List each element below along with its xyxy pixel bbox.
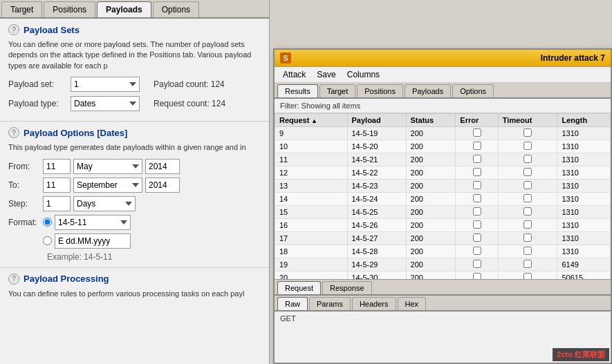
- cell-timeout[interactable]: [498, 166, 557, 180]
- cell-timeout[interactable]: [498, 193, 557, 206]
- cell-request: 13: [275, 180, 348, 193]
- menu-attack[interactable]: Attack: [277, 68, 311, 81]
- col-timeout[interactable]: Timeout: [498, 114, 557, 127]
- cell-status: 200: [406, 140, 456, 153]
- payload-options-desc: This payload type generates date payload…: [8, 142, 261, 153]
- payload-type-label: Payload type:: [8, 99, 71, 108]
- format-radio-1[interactable]: [43, 218, 52, 227]
- subtab-raw[interactable]: Raw: [277, 297, 308, 310]
- format-radio-2[interactable]: [43, 236, 52, 245]
- to-day-input[interactable]: [43, 178, 71, 193]
- cell-error[interactable]: [456, 232, 498, 245]
- table-row[interactable]: 15 14-5-25 200 1310: [275, 206, 611, 219]
- cell-timeout[interactable]: [498, 258, 557, 271]
- menu-save[interactable]: Save: [311, 68, 341, 81]
- to-year-input[interactable]: [145, 178, 180, 193]
- cell-timeout[interactable]: [498, 219, 557, 232]
- cell-timeout[interactable]: [498, 206, 557, 219]
- table-row[interactable]: 11 14-5-21 200 1310: [275, 153, 611, 166]
- from-month-select[interactable]: May: [73, 159, 142, 174]
- from-year-input[interactable]: [145, 159, 180, 174]
- subtab-hex[interactable]: Hex: [398, 297, 427, 310]
- cell-timeout[interactable]: [498, 271, 557, 280]
- cell-timeout[interactable]: [498, 232, 557, 245]
- table-row[interactable]: 19 14-5-29 200 6149: [275, 258, 611, 271]
- payload-sets-help[interactable]: ?: [8, 24, 19, 35]
- cell-error[interactable]: [456, 193, 498, 206]
- tab-results[interactable]: Results: [277, 84, 318, 97]
- table-row[interactable]: 13 14-5-23 200 1310: [275, 180, 611, 193]
- tab-options[interactable]: Options: [452, 84, 494, 97]
- format-select[interactable]: 14-5-11: [55, 215, 131, 230]
- payload-set-select[interactable]: 1: [71, 77, 140, 92]
- cell-timeout[interactable]: [498, 153, 557, 166]
- cell-error[interactable]: [456, 206, 498, 219]
- format-custom-input[interactable]: [55, 233, 131, 249]
- col-request[interactable]: Request: [275, 114, 348, 127]
- payload-type-select[interactable]: Dates: [71, 96, 140, 111]
- cell-payload: 14-5-23: [347, 180, 406, 193]
- cell-error[interactable]: [456, 140, 498, 153]
- payload-options-section: ? Payload Options [Dates] This payload t…: [0, 122, 269, 267]
- cell-payload: 14-5-25: [347, 206, 406, 219]
- payload-sets-title: Payload Sets: [24, 25, 80, 35]
- cell-timeout[interactable]: [498, 245, 557, 258]
- col-payload[interactable]: Payload: [347, 114, 406, 127]
- cell-error[interactable]: [456, 166, 498, 180]
- cell-error[interactable]: [456, 258, 498, 271]
- cell-timeout[interactable]: [498, 140, 557, 153]
- cell-length: 1310: [557, 153, 611, 166]
- col-error[interactable]: Error: [456, 114, 498, 127]
- tab-payloads[interactable]: Payloads: [405, 84, 451, 97]
- cell-error[interactable]: [456, 153, 498, 166]
- subtab-params[interactable]: Params: [309, 297, 351, 310]
- cell-error[interactable]: [456, 180, 498, 193]
- col-status[interactable]: Status: [406, 114, 456, 127]
- step-value-input[interactable]: [43, 196, 71, 211]
- step-label: Step:: [8, 199, 43, 209]
- example-text: Example: 14-5-11: [47, 252, 261, 262]
- menu-columns[interactable]: Columns: [342, 68, 385, 81]
- table-row[interactable]: 17 14-5-27 200 1310: [275, 232, 611, 245]
- cell-request: 9: [275, 127, 348, 140]
- payload-processing-header: ? Payload Processing: [8, 274, 261, 285]
- tab-options[interactable]: Options: [153, 1, 199, 17]
- cell-status: 200: [406, 153, 456, 166]
- cell-timeout[interactable]: [498, 180, 557, 193]
- from-row: From: May: [8, 159, 261, 174]
- tab-target[interactable]: Target: [319, 84, 356, 97]
- table-row[interactable]: 16 14-5-26 200 1310: [275, 219, 611, 232]
- table-row[interactable]: 12 14-5-22 200 1310: [275, 166, 611, 180]
- from-day-input[interactable]: [43, 159, 71, 174]
- cell-error[interactable]: [456, 219, 498, 232]
- cell-error[interactable]: [456, 127, 498, 140]
- to-month-select[interactable]: September: [73, 178, 142, 193]
- watermark: 2cto 红黑联盟: [553, 348, 609, 361]
- tab-positions[interactable]: Positions: [44, 1, 95, 17]
- subtab-headers[interactable]: Headers: [352, 297, 396, 310]
- tab-target[interactable]: Target: [1, 1, 42, 17]
- table-row[interactable]: 18 14-5-28 200 1310: [275, 245, 611, 258]
- cell-error[interactable]: [456, 271, 498, 280]
- tab-positions[interactable]: Positions: [357, 84, 403, 97]
- tab-response[interactable]: Response: [322, 281, 372, 294]
- step-unit-select[interactable]: Days: [73, 196, 136, 211]
- tab-request[interactable]: Request: [277, 281, 321, 294]
- table-row[interactable]: 14 14-5-24 200 1310: [275, 193, 611, 206]
- cell-request: 17: [275, 232, 348, 245]
- col-length[interactable]: Length: [557, 114, 611, 127]
- cell-error[interactable]: [456, 245, 498, 258]
- cell-status: 200: [406, 245, 456, 258]
- table-row[interactable]: 20 14-5-30 200 50615: [275, 271, 611, 280]
- cell-timeout[interactable]: [498, 127, 557, 140]
- payload-processing-help[interactable]: ?: [8, 274, 19, 285]
- table-row[interactable]: 9 14-5-19 200 1310: [275, 127, 611, 140]
- cell-payload: 14-5-26: [347, 219, 406, 232]
- payload-options-help[interactable]: ?: [8, 127, 19, 138]
- tab-payloads[interactable]: Payloads: [97, 1, 151, 17]
- window-menu-bar: Attack Save Columns: [275, 67, 611, 83]
- results-table-container[interactable]: Request Payload Status Error Timeout Len…: [275, 113, 611, 279]
- table-row[interactable]: 10 14-5-20 200 1310: [275, 140, 611, 153]
- cell-length: 1310: [557, 140, 611, 153]
- intruder-attack-window: S Intruder attack 7 Attack Save Columns …: [273, 48, 612, 364]
